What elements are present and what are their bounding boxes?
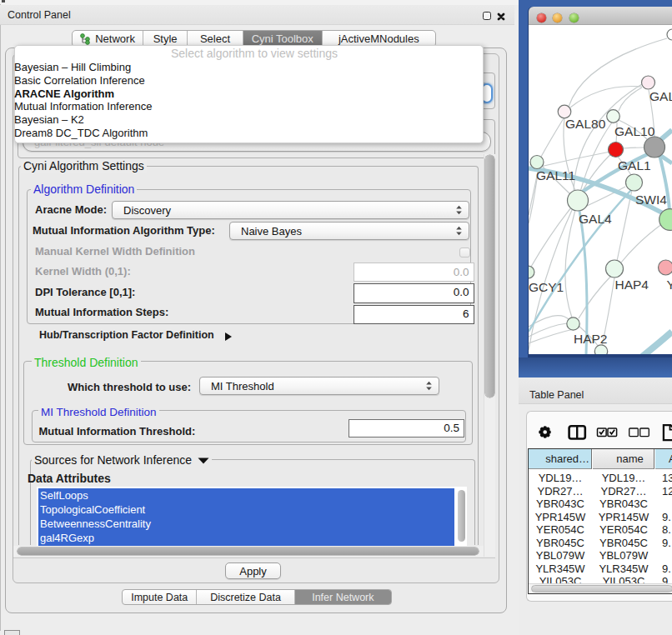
svg-text:GAL10: GAL10: [614, 124, 655, 138]
svg-text:GAL7: GAL7: [649, 89, 672, 103]
svg-text:Y: Y: [667, 278, 672, 292]
svg-text:GAL11: GAL11: [536, 168, 575, 182]
svg-text:GAL1: GAL1: [618, 158, 651, 172]
svg-text:HAP4: HAP4: [615, 278, 649, 292]
svg-text:HAP2: HAP2: [574, 332, 608, 346]
svg-text:SWI4: SWI4: [635, 192, 667, 207]
svg-text:GCY1: GCY1: [529, 280, 564, 294]
svg-text:GAL4: GAL4: [579, 212, 612, 226]
svg-text:GAL80: GAL80: [565, 117, 606, 131]
